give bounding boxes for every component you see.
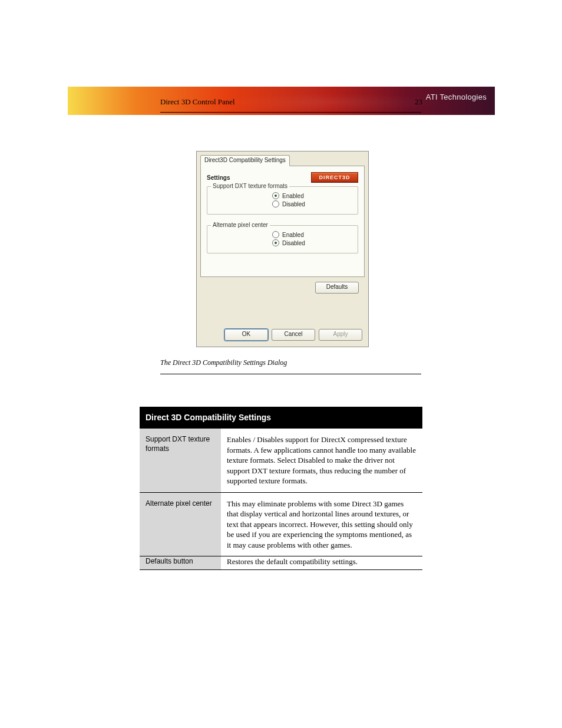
defaults-row: Defaults [197, 277, 368, 294]
row-desc: Enables / Disables support for DirectX c… [221, 429, 422, 493]
group-dxt: Support DXT texture formats Enabled Disa… [207, 186, 358, 215]
radio-altpixel-disabled-label: Disabled [282, 240, 305, 246]
radio-dxt-enabled[interactable]: Enabled [272, 192, 353, 200]
row-label: Support DXT texture formats [140, 429, 221, 493]
cancel-button[interactable]: Cancel [272, 329, 315, 341]
table-row: Defaults button Restores the default com… [140, 556, 422, 570]
group-altpixel-options: Enabled Disabled [272, 230, 353, 247]
radio-dxt-disabled[interactable]: Disabled [272, 200, 353, 208]
radio-altpixel-enabled[interactable]: Enabled [272, 230, 353, 239]
defaults-button[interactable]: Defaults [315, 282, 359, 294]
row-label: Defaults button [140, 556, 221, 570]
compat-dialog: Direct3D Compatibility Settings Settings… [196, 151, 369, 347]
page-number: 23 [415, 97, 422, 107]
header-rule [160, 112, 421, 113]
figure-caption: The Direct 3D Compatibility Settings Dia… [160, 358, 287, 367]
brand-text: ATI Technologies [426, 93, 487, 101]
radio-dxt-enabled-label: Enabled [282, 193, 304, 199]
tab-strip: Direct3D Compatibility Settings [200, 155, 365, 166]
row-desc: Restores the default compatibility setti… [221, 556, 422, 570]
tab-panel: Settings DIRECT3D Support DXT texture fo… [200, 166, 365, 277]
table-header-row: Direct 3D Compatibility Settings [140, 407, 422, 429]
radio-altpixel-disabled[interactable]: Disabled [272, 239, 353, 247]
radio-icon [272, 192, 279, 199]
group-dxt-options: Enabled Disabled [272, 192, 353, 208]
compat-table: Direct 3D Compatibility Settings Support… [140, 407, 422, 570]
direct3d-logo: DIRECT3D [311, 172, 358, 183]
settings-row: Settings DIRECT3D [207, 172, 358, 183]
section-title: Direct 3D Control Panel [160, 97, 235, 107]
radio-icon [272, 231, 279, 238]
dialog-buttons: OK Cancel Apply [224, 329, 362, 341]
radio-altpixel-enabled-label: Enabled [282, 232, 304, 238]
document-page: ATI Technologies Direct 3D Control Panel… [0, 0, 562, 728]
row-desc: This may eliminate problems with some Di… [221, 492, 422, 556]
brand-banner: ATI Technologies [68, 87, 495, 115]
table-row: Support DXT texture formats Enables / Di… [140, 429, 422, 493]
row-label: Alternate pixel center [140, 492, 221, 556]
group-altpixel-legend: Alternate pixel center [211, 222, 270, 228]
radio-icon [272, 200, 279, 207]
table-row: Alternate pixel center This may eliminat… [140, 492, 422, 556]
table-header: Direct 3D Compatibility Settings [140, 407, 422, 429]
radio-dxt-disabled-label: Disabled [282, 201, 305, 207]
tab-compat[interactable]: Direct3D Compatibility Settings [200, 155, 290, 166]
group-dxt-legend: Support DXT texture formats [211, 183, 289, 189]
settings-label: Settings [207, 174, 230, 181]
radio-icon [272, 239, 279, 246]
ok-button[interactable]: OK [224, 329, 268, 341]
apply-button[interactable]: Apply [319, 329, 362, 341]
caption-rule [160, 374, 421, 374]
group-altpixel: Alternate pixel center Enabled Disabled [207, 225, 358, 253]
